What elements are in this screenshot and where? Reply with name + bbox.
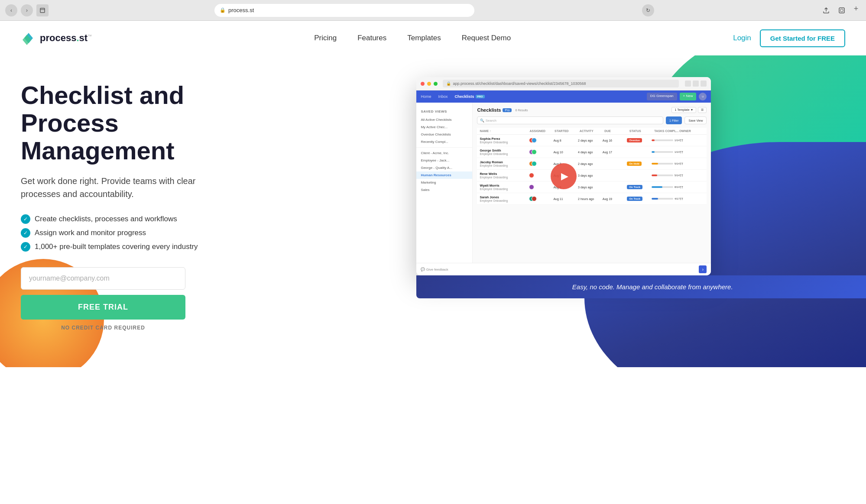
app-user-badge: DG Greenspan: [647, 93, 677, 100]
navbar: process.st™ Pricing Features Templates R…: [0, 21, 866, 55]
tab-view-button[interactable]: [36, 4, 49, 16]
nav-actions: Login Get Started for FREE: [733, 29, 845, 47]
app-view-toggle[interactable]: ☰: [698, 107, 707, 113]
sidebar-george[interactable]: George - Quality A...: [416, 164, 472, 171]
app-search-box[interactable]: 🔍 Search: [477, 116, 663, 124]
app-content-header: Checklists Pro 6 Results 1 Template ▼ ☰: [477, 107, 707, 113]
app-filter-btn[interactable]: 1 Filter: [666, 116, 682, 124]
app-screenshot: 🔒 app.process.st/checklist/dashboard/sav…: [416, 77, 711, 275]
lock-icon: 🔒: [220, 7, 226, 13]
feature-item-1: ✓ Create checklists, processes and workf…: [21, 214, 450, 224]
app-dot-green: [434, 82, 438, 86]
app-nav-bar: Home Inbox Checklists PRO DG Greenspan +…: [416, 90, 711, 103]
feature-text-1: Create checklists, processes and workflo…: [35, 215, 177, 223]
nav-features[interactable]: Features: [357, 34, 386, 42]
app-nav-inbox[interactable]: Inbox: [438, 94, 448, 99]
hero-left: Checklist and Process Management Get wor…: [21, 73, 450, 367]
hero-caption: Easy, no code. Manage and collaborate fr…: [434, 283, 866, 291]
sidebar-employee[interactable]: Employee - Jack...: [416, 157, 472, 164]
check-icon-2: ✓: [21, 228, 30, 238]
col-due: DUE: [604, 129, 629, 132]
app-footer: 💬 Give feedback ›: [416, 263, 711, 275]
app-topbar-actions: [685, 81, 707, 87]
hero-section: Checklist and Process Management Get wor…: [0, 55, 866, 367]
app-avatar: U: [699, 93, 707, 100]
free-trial-button[interactable]: FREE Trial: [21, 295, 185, 320]
app-url-bar: 🔒 app.process.st/checklist/dashboard/sav…: [443, 80, 679, 87]
feature-text-2: Assign work and monitor progress: [35, 229, 146, 237]
feature-item-3: ✓ 1,000+ pre-built templates covering ev…: [21, 242, 450, 252]
hero-title: Checklist and Process Management: [21, 81, 272, 164]
sidebar-my-active[interactable]: My Active Chec...: [416, 123, 472, 131]
app-nav-home[interactable]: Home: [421, 94, 431, 99]
sidebar-all-active[interactable]: All Active Checklists: [416, 116, 472, 123]
app-results-count: 6 Results: [515, 109, 528, 112]
col-name: NAME ↑: [480, 129, 529, 132]
app-new-btn[interactable]: + New: [680, 93, 697, 100]
table-row[interactable]: Sophia PerezEmployee Onboarding Aug 8 2 …: [477, 135, 707, 146]
app-checklists-badge: PRO: [476, 95, 485, 98]
table-row[interactable]: Wyatt MorrisEmployee Onboarding Aug 9 3 …: [477, 181, 707, 193]
browser-right-actions: +: [820, 4, 861, 16]
logo[interactable]: process.st™: [21, 30, 92, 46]
app-main-content: Checklists Pro 6 Results 1 Template ▼ ☰ …: [473, 103, 711, 263]
col-activity: ACTIVITY: [580, 129, 605, 132]
app-pro-badge: Pro: [503, 108, 512, 112]
table-row[interactable]: Jacoby RomanEmployee Onboarding Aug 9 2 …: [477, 158, 707, 170]
sidebar-divider-1: [416, 147, 472, 148]
window-button[interactable]: [836, 4, 848, 16]
app-sidebar: SAVED VIEWS All Active Checklists My Act…: [416, 103, 473, 263]
login-button[interactable]: Login: [733, 34, 751, 42]
app-save-view-btn[interactable]: Save View: [684, 116, 707, 124]
app-template-btn[interactable]: 1 Template ▼: [671, 107, 696, 113]
new-tab-button[interactable]: +: [851, 4, 861, 14]
no-cc-text: NO CREDIT CARD REQUIRED: [21, 325, 185, 331]
app-search-row: 🔍 Search 1 Filter Save View: [477, 116, 707, 124]
svg-rect-3: [840, 9, 843, 12]
sidebar-recently[interactable]: Recently Compl...: [416, 138, 472, 145]
sidebar-overdue[interactable]: Overdue Checklists: [416, 131, 472, 138]
feature-item-2: ✓ Assign work and monitor progress: [21, 228, 450, 238]
app-table-header: NAME ↑ ASSIGNED STARTED ACTIVITY DUE STA…: [477, 128, 707, 135]
nav-links: Pricing Features Templates Request Demo: [314, 34, 511, 42]
app-collapse-btn[interactable]: ›: [699, 265, 707, 273]
app-content-title: Checklists: [477, 107, 501, 113]
nav-templates[interactable]: Templates: [407, 34, 441, 42]
logo-icon: [21, 30, 36, 46]
address-bar[interactable]: 🔒 process.st: [214, 4, 474, 17]
email-form: FREE Trial NO CREDIT CARD REQUIRED: [21, 267, 185, 331]
forward-button[interactable]: ›: [21, 4, 33, 16]
back-button[interactable]: ‹: [5, 4, 17, 16]
sidebar-marketing[interactable]: Marketing: [416, 179, 472, 186]
play-button[interactable]: ▶: [551, 163, 577, 189]
feature-list: ✓ Create checklists, processes and workf…: [21, 214, 450, 252]
play-icon: ▶: [561, 171, 568, 182]
get-started-button[interactable]: Get Started for FREE: [760, 29, 845, 47]
table-row[interactable]: Rene WellsEmployee Onboarding Aug 9 3 da…: [477, 170, 707, 181]
saved-views-label: SAVED VIEWS: [416, 107, 472, 116]
app-action-icon-3: [701, 81, 707, 87]
table-row[interactable]: Sarah JonesEmployee Onboarding Aug 11 2 …: [477, 193, 707, 205]
app-nav-checklists[interactable]: Checklists PRO: [454, 94, 484, 99]
table-row[interactable]: George SmithEmployee Onboarding Aug 10 4…: [477, 146, 707, 158]
app-header-actions: 1 Template ▼ ☰: [671, 107, 707, 113]
reload-button[interactable]: ↻: [642, 4, 654, 16]
col-owner: OWNER: [679, 129, 704, 132]
check-icon-3: ✓: [21, 242, 30, 252]
svg-rect-0: [40, 8, 45, 13]
url-text: process.st: [228, 7, 254, 13]
feature-text-3: 1,000+ pre-built templates covering ever…: [35, 242, 198, 251]
nav-pricing[interactable]: Pricing: [314, 34, 337, 42]
nav-request-demo[interactable]: Request Demo: [462, 34, 511, 42]
col-assigned: ASSIGNED: [530, 129, 555, 132]
sidebar-sales[interactable]: Sales: [416, 186, 472, 194]
share-button[interactable]: [820, 4, 832, 16]
browser-chrome: ‹ › 🔒 process.st ↻ +: [0, 0, 866, 21]
col-status: STATUS: [629, 129, 655, 132]
sidebar-hr[interactable]: Human Resources: [416, 171, 472, 179]
hero-right: 🔒 app.process.st/checklist/dashboard/sav…: [416, 73, 845, 367]
email-input[interactable]: [21, 267, 185, 290]
sidebar-client[interactable]: Client - Acme, Inc.: [416, 149, 472, 157]
app-feedback[interactable]: 💬 Give feedback: [421, 268, 448, 271]
logo-text: process.st™: [40, 32, 92, 44]
